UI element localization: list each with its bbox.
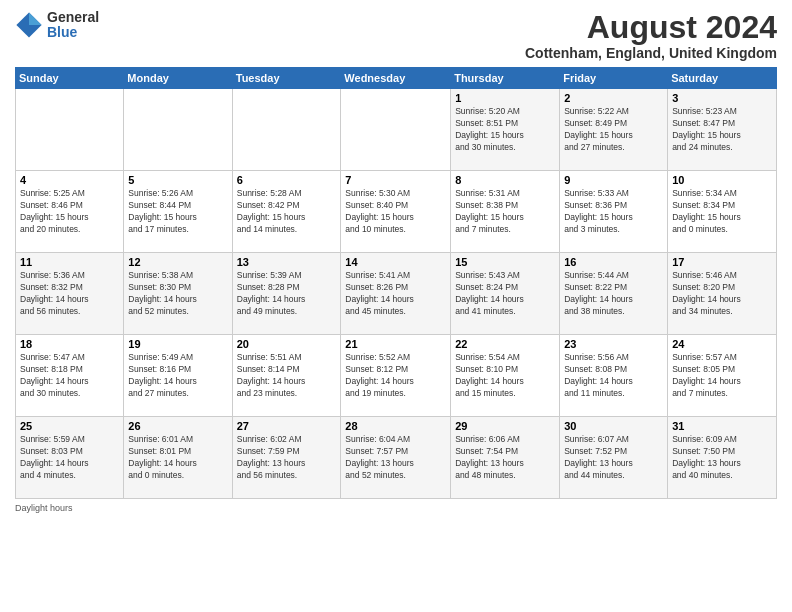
day-number: 8: [455, 174, 555, 186]
day-info: Sunrise: 6:09 AM Sunset: 7:50 PM Dayligh…: [672, 434, 772, 482]
day-number: 6: [237, 174, 337, 186]
day-number: 30: [564, 420, 663, 432]
day-info: Sunrise: 6:02 AM Sunset: 7:59 PM Dayligh…: [237, 434, 337, 482]
logo-general-text: General: [47, 10, 99, 25]
calendar-cell: 19Sunrise: 5:49 AM Sunset: 8:16 PM Dayli…: [124, 335, 232, 417]
day-info: Sunrise: 5:26 AM Sunset: 8:44 PM Dayligh…: [128, 188, 227, 236]
day-number: 29: [455, 420, 555, 432]
day-info: Sunrise: 5:54 AM Sunset: 8:10 PM Dayligh…: [455, 352, 555, 400]
logo-icon: [15, 11, 43, 39]
day-info: Sunrise: 5:34 AM Sunset: 8:34 PM Dayligh…: [672, 188, 772, 236]
day-info: Sunrise: 5:52 AM Sunset: 8:12 PM Dayligh…: [345, 352, 446, 400]
calendar-cell: 8Sunrise: 5:31 AM Sunset: 8:38 PM Daylig…: [451, 171, 560, 253]
calendar-cell: 14Sunrise: 5:41 AM Sunset: 8:26 PM Dayli…: [341, 253, 451, 335]
day-info: Sunrise: 5:49 AM Sunset: 8:16 PM Dayligh…: [128, 352, 227, 400]
calendar-cell: 11Sunrise: 5:36 AM Sunset: 8:32 PM Dayli…: [16, 253, 124, 335]
calendar-cell: 30Sunrise: 6:07 AM Sunset: 7:52 PM Dayli…: [560, 417, 668, 499]
calendar-cell: 17Sunrise: 5:46 AM Sunset: 8:20 PM Dayli…: [668, 253, 777, 335]
calendar-cell: 1Sunrise: 5:20 AM Sunset: 8:51 PM Daylig…: [451, 89, 560, 171]
day-info: Sunrise: 5:41 AM Sunset: 8:26 PM Dayligh…: [345, 270, 446, 318]
calendar-cell: 21Sunrise: 5:52 AM Sunset: 8:12 PM Dayli…: [341, 335, 451, 417]
logo-blue-text: Blue: [47, 25, 99, 40]
day-number: 7: [345, 174, 446, 186]
calendar-header-row: SundayMondayTuesdayWednesdayThursdayFrid…: [16, 68, 777, 89]
calendar-cell: [16, 89, 124, 171]
calendar-cell: 28Sunrise: 6:04 AM Sunset: 7:57 PM Dayli…: [341, 417, 451, 499]
calendar-cell: 18Sunrise: 5:47 AM Sunset: 8:18 PM Dayli…: [16, 335, 124, 417]
calendar-week-row: 11Sunrise: 5:36 AM Sunset: 8:32 PM Dayli…: [16, 253, 777, 335]
day-info: Sunrise: 5:28 AM Sunset: 8:42 PM Dayligh…: [237, 188, 337, 236]
daylight-label: Daylight hours: [15, 503, 73, 513]
day-number: 27: [237, 420, 337, 432]
calendar-cell: 22Sunrise: 5:54 AM Sunset: 8:10 PM Dayli…: [451, 335, 560, 417]
calendar-cell: 10Sunrise: 5:34 AM Sunset: 8:34 PM Dayli…: [668, 171, 777, 253]
header: General Blue August 2024 Cottenham, Engl…: [15, 10, 777, 61]
calendar-cell: 6Sunrise: 5:28 AM Sunset: 8:42 PM Daylig…: [232, 171, 341, 253]
calendar-week-row: 18Sunrise: 5:47 AM Sunset: 8:18 PM Dayli…: [16, 335, 777, 417]
day-info: Sunrise: 5:44 AM Sunset: 8:22 PM Dayligh…: [564, 270, 663, 318]
day-info: Sunrise: 5:20 AM Sunset: 8:51 PM Dayligh…: [455, 106, 555, 154]
calendar-cell: 5Sunrise: 5:26 AM Sunset: 8:44 PM Daylig…: [124, 171, 232, 253]
day-number: 5: [128, 174, 227, 186]
day-number: 23: [564, 338, 663, 350]
calendar-cell: 3Sunrise: 5:23 AM Sunset: 8:47 PM Daylig…: [668, 89, 777, 171]
calendar-cell: 2Sunrise: 5:22 AM Sunset: 8:49 PM Daylig…: [560, 89, 668, 171]
day-info: Sunrise: 6:01 AM Sunset: 8:01 PM Dayligh…: [128, 434, 227, 482]
day-number: 11: [20, 256, 119, 268]
calendar-cell: 12Sunrise: 5:38 AM Sunset: 8:30 PM Dayli…: [124, 253, 232, 335]
day-info: Sunrise: 5:56 AM Sunset: 8:08 PM Dayligh…: [564, 352, 663, 400]
calendar-cell: 27Sunrise: 6:02 AM Sunset: 7:59 PM Dayli…: [232, 417, 341, 499]
calendar-cell: 24Sunrise: 5:57 AM Sunset: 8:05 PM Dayli…: [668, 335, 777, 417]
day-number: 17: [672, 256, 772, 268]
day-info: Sunrise: 5:43 AM Sunset: 8:24 PM Dayligh…: [455, 270, 555, 318]
day-number: 1: [455, 92, 555, 104]
calendar-cell: 4Sunrise: 5:25 AM Sunset: 8:46 PM Daylig…: [16, 171, 124, 253]
day-number: 13: [237, 256, 337, 268]
day-info: Sunrise: 5:22 AM Sunset: 8:49 PM Dayligh…: [564, 106, 663, 154]
day-number: 24: [672, 338, 772, 350]
day-info: Sunrise: 6:07 AM Sunset: 7:52 PM Dayligh…: [564, 434, 663, 482]
calendar-cell: 7Sunrise: 5:30 AM Sunset: 8:40 PM Daylig…: [341, 171, 451, 253]
title-block: August 2024 Cottenham, England, United K…: [525, 10, 777, 61]
day-info: Sunrise: 6:04 AM Sunset: 7:57 PM Dayligh…: [345, 434, 446, 482]
calendar-week-row: 25Sunrise: 5:59 AM Sunset: 8:03 PM Dayli…: [16, 417, 777, 499]
day-number: 19: [128, 338, 227, 350]
calendar-cell: [232, 89, 341, 171]
calendar-cell: 9Sunrise: 5:33 AM Sunset: 8:36 PM Daylig…: [560, 171, 668, 253]
calendar-week-row: 1Sunrise: 5:20 AM Sunset: 8:51 PM Daylig…: [16, 89, 777, 171]
calendar-cell: 20Sunrise: 5:51 AM Sunset: 8:14 PM Dayli…: [232, 335, 341, 417]
day-info: Sunrise: 5:38 AM Sunset: 8:30 PM Dayligh…: [128, 270, 227, 318]
weekday-header: Monday: [124, 68, 232, 89]
location: Cottenham, England, United Kingdom: [525, 45, 777, 61]
day-number: 31: [672, 420, 772, 432]
calendar-cell: 26Sunrise: 6:01 AM Sunset: 8:01 PM Dayli…: [124, 417, 232, 499]
day-info: Sunrise: 5:23 AM Sunset: 8:47 PM Dayligh…: [672, 106, 772, 154]
page: General Blue August 2024 Cottenham, Engl…: [0, 0, 792, 612]
day-info: Sunrise: 6:06 AM Sunset: 7:54 PM Dayligh…: [455, 434, 555, 482]
calendar-cell: 25Sunrise: 5:59 AM Sunset: 8:03 PM Dayli…: [16, 417, 124, 499]
day-info: Sunrise: 5:31 AM Sunset: 8:38 PM Dayligh…: [455, 188, 555, 236]
day-number: 18: [20, 338, 119, 350]
svg-marker-1: [29, 13, 42, 26]
day-number: 28: [345, 420, 446, 432]
weekday-header: Sunday: [16, 68, 124, 89]
day-number: 22: [455, 338, 555, 350]
weekday-header: Tuesday: [232, 68, 341, 89]
day-number: 2: [564, 92, 663, 104]
calendar-cell: 13Sunrise: 5:39 AM Sunset: 8:28 PM Dayli…: [232, 253, 341, 335]
calendar-table: SundayMondayTuesdayWednesdayThursdayFrid…: [15, 67, 777, 499]
day-info: Sunrise: 5:47 AM Sunset: 8:18 PM Dayligh…: [20, 352, 119, 400]
day-number: 15: [455, 256, 555, 268]
day-number: 9: [564, 174, 663, 186]
day-number: 21: [345, 338, 446, 350]
day-info: Sunrise: 5:46 AM Sunset: 8:20 PM Dayligh…: [672, 270, 772, 318]
calendar-cell: 29Sunrise: 6:06 AM Sunset: 7:54 PM Dayli…: [451, 417, 560, 499]
day-info: Sunrise: 5:30 AM Sunset: 8:40 PM Dayligh…: [345, 188, 446, 236]
calendar-cell: 15Sunrise: 5:43 AM Sunset: 8:24 PM Dayli…: [451, 253, 560, 335]
calendar-week-row: 4Sunrise: 5:25 AM Sunset: 8:46 PM Daylig…: [16, 171, 777, 253]
weekday-header: Friday: [560, 68, 668, 89]
day-info: Sunrise: 5:51 AM Sunset: 8:14 PM Dayligh…: [237, 352, 337, 400]
weekday-header: Wednesday: [341, 68, 451, 89]
day-info: Sunrise: 5:25 AM Sunset: 8:46 PM Dayligh…: [20, 188, 119, 236]
day-number: 10: [672, 174, 772, 186]
